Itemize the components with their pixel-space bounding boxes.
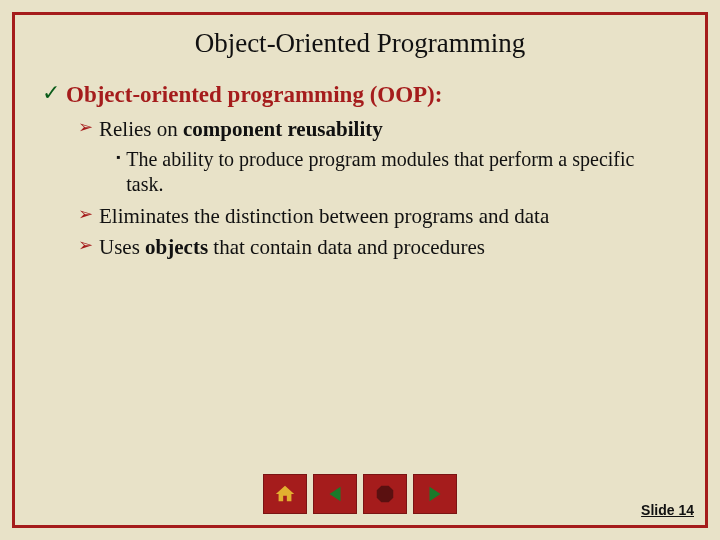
bullet-l2-text: Eliminates the distinction between progr… [99, 203, 549, 230]
arrow-icon: ➢ [78, 116, 93, 139]
nav-bar [263, 474, 457, 514]
bullet-level2: ➢ Relies on component reusability [78, 116, 686, 143]
bullet-l3-text: The ability to produce program modules t… [126, 147, 656, 197]
nav-stop-button[interactable] [363, 474, 407, 514]
arrow-icon: ➢ [78, 203, 93, 226]
next-icon [424, 483, 446, 505]
bullet-level2: ➢ Uses objects that contain data and pro… [78, 234, 686, 261]
bullet-level1: ✓ Object-oriented programming (OOP): [42, 81, 686, 110]
slide-content: Object-Oriented Programming ✓ Object-ori… [20, 18, 700, 480]
prev-icon [324, 483, 346, 505]
bullet-l1-text: Object-oriented programming (OOP): [66, 81, 442, 110]
nav-next-button[interactable] [413, 474, 457, 514]
slide-number: Slide 14 [641, 502, 694, 518]
arrow-icon: ➢ [78, 234, 93, 257]
bullet-level3: ▪ The ability to produce program modules… [116, 147, 656, 197]
svg-marker-0 [377, 486, 394, 503]
stop-icon [374, 483, 396, 505]
bullet-l2-text: Uses objects that contain data and proce… [99, 234, 485, 261]
bullet-level2: ➢ Eliminates the distinction between pro… [78, 203, 686, 230]
home-icon [274, 483, 296, 505]
nav-home-button[interactable] [263, 474, 307, 514]
check-icon: ✓ [42, 81, 60, 105]
nav-prev-button[interactable] [313, 474, 357, 514]
square-icon: ▪ [116, 147, 120, 169]
slide-title: Object-Oriented Programming [34, 28, 686, 59]
bullet-l2-text: Relies on component reusability [99, 116, 383, 143]
